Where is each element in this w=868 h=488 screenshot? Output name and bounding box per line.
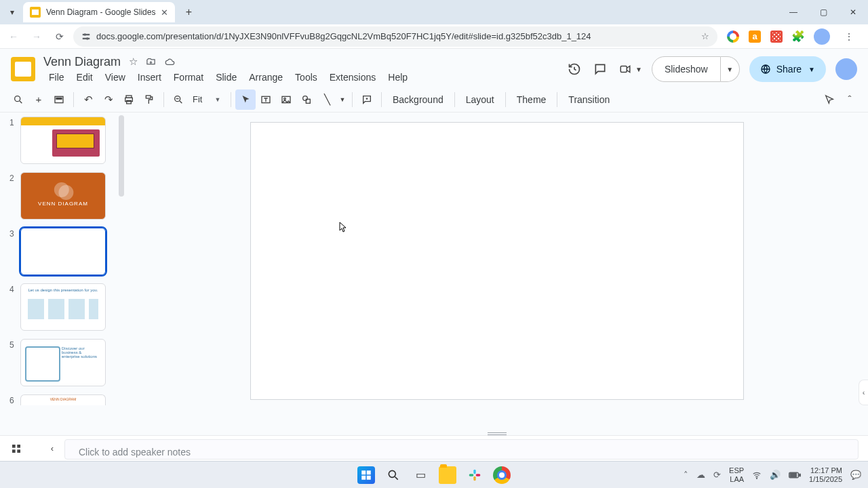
undo-button[interactable]: ↶ bbox=[78, 89, 98, 110]
tray-clock[interactable]: 12:17 PM1/15/2025 bbox=[809, 466, 842, 483]
hide-menus-button[interactable]: ˆ bbox=[840, 89, 860, 110]
theme-button[interactable]: Theme bbox=[510, 89, 553, 110]
tab-close-icon[interactable]: ✕ bbox=[161, 7, 168, 18]
svg-rect-26 bbox=[367, 470, 371, 474]
slide-number: 5 bbox=[9, 339, 16, 350]
collapse-filmstrip-button[interactable]: ‹ bbox=[51, 443, 54, 453]
new-slide-layout-dropdown[interactable] bbox=[49, 89, 69, 110]
nav-reload-button[interactable]: ⟳ bbox=[50, 27, 69, 46]
extension-amazon-icon[interactable]: a bbox=[749, 30, 761, 43]
bookmark-star-icon[interactable]: ☆ bbox=[701, 31, 709, 41]
slide-filmstrip[interactable]: 1 2 VENN DIAGRAM 3 4 Let us design this … bbox=[0, 113, 125, 435]
slide-canvas[interactable] bbox=[250, 122, 744, 400]
search-menus-button[interactable] bbox=[8, 89, 28, 110]
menu-bar: File Edit View Insert Format Slide Arran… bbox=[43, 70, 413, 84]
paint-format-button[interactable] bbox=[139, 89, 159, 110]
start-button[interactable] bbox=[357, 466, 375, 484]
menu-slide[interactable]: Slide bbox=[210, 70, 242, 84]
explore-tab-button[interactable]: ‹ bbox=[859, 380, 868, 405]
extension-red-icon[interactable] bbox=[770, 30, 783, 43]
zoom-select[interactable]: Fit▼ bbox=[189, 91, 226, 108]
extensions-menu-icon[interactable]: 🧩 bbox=[792, 30, 804, 43]
slide-thumbnail-2[interactable]: VENN DIAGRAM bbox=[20, 172, 106, 220]
slide-thumbnail-1[interactable] bbox=[20, 117, 106, 164]
transition-button[interactable]: Transition bbox=[561, 89, 616, 110]
chrome-profile-avatar[interactable] bbox=[814, 28, 830, 45]
task-view-button[interactable]: ▭ bbox=[412, 466, 429, 484]
nav-back-button[interactable]: ← bbox=[4, 27, 23, 46]
new-slide-button[interactable]: + bbox=[28, 89, 49, 110]
address-bar[interactable]: docs.google.com/presentation/d/1NyJXE3N9… bbox=[73, 26, 717, 47]
browser-tab[interactable]: Venn Diagram - Google Slides ✕ bbox=[23, 2, 175, 22]
menu-file[interactable]: File bbox=[43, 70, 70, 84]
new-tab-button[interactable]: + bbox=[179, 3, 198, 22]
account-avatar[interactable] bbox=[835, 58, 857, 80]
zoom-out-button[interactable] bbox=[168, 89, 189, 110]
extension-google-icon[interactable] bbox=[727, 30, 739, 43]
redo-button[interactable]: ↷ bbox=[98, 89, 119, 110]
tray-chevron-icon[interactable]: ˄ bbox=[684, 470, 688, 480]
taskbar-search-button[interactable] bbox=[384, 466, 402, 484]
layout-button[interactable]: Layout bbox=[459, 89, 501, 110]
line-tool-button[interactable]: ╲ bbox=[317, 89, 337, 110]
pointer-mode-button[interactable] bbox=[819, 89, 840, 110]
site-settings-icon[interactable] bbox=[81, 32, 91, 41]
menu-insert[interactable]: Insert bbox=[132, 70, 167, 84]
menu-format[interactable]: Format bbox=[168, 70, 209, 84]
version-history-icon[interactable] bbox=[566, 61, 583, 77]
document-title[interactable]: Venn Diagram bbox=[43, 55, 121, 69]
star-document-icon[interactable]: ☆ bbox=[129, 56, 138, 68]
slides-logo-icon[interactable] bbox=[11, 57, 35, 81]
chrome-app-button[interactable] bbox=[493, 466, 511, 484]
tray-wifi-icon[interactable] bbox=[752, 470, 762, 480]
menu-tools[interactable]: Tools bbox=[290, 70, 323, 84]
select-tool-button[interactable] bbox=[235, 89, 256, 110]
meet-button[interactable]: ▼ bbox=[618, 63, 642, 75]
slideshow-dropdown[interactable]: ▼ bbox=[721, 56, 740, 82]
tab-search-dropdown[interactable]: ▾ bbox=[4, 4, 20, 20]
window-close-button[interactable]: ✕ bbox=[838, 0, 868, 24]
nav-forward-button[interactable]: → bbox=[27, 27, 46, 46]
chrome-menu-button[interactable]: ⋮ bbox=[840, 27, 859, 46]
share-button[interactable]: Share ▼ bbox=[749, 56, 826, 82]
print-button[interactable] bbox=[119, 89, 139, 110]
shape-tool-button[interactable] bbox=[296, 89, 317, 110]
slide-canvas-area[interactable]: ‹ bbox=[125, 113, 868, 435]
slide-thumbnail-3[interactable] bbox=[20, 228, 106, 275]
background-button[interactable]: Background bbox=[386, 89, 450, 110]
slide-thumbnail-4[interactable]: Let us design this presentation for you. bbox=[20, 283, 106, 331]
speaker-notes-field[interactable]: Click to add speaker notes bbox=[64, 439, 859, 460]
slide-thumbnail-5[interactable]: Discover our business & enterprise solut… bbox=[20, 339, 106, 386]
move-document-icon[interactable] bbox=[146, 57, 156, 67]
windows-taskbar: ▭ ˄ ☁ ⟳ ESPLAA 🔊 12:17 PM1/15/2025 💬 bbox=[0, 461, 868, 488]
tray-volume-icon[interactable]: 🔊 bbox=[770, 470, 781, 480]
line-tool-dropdown[interactable]: ▼ bbox=[337, 89, 348, 110]
menu-edit[interactable]: Edit bbox=[71, 70, 98, 84]
tray-language[interactable]: ESPLAA bbox=[729, 466, 744, 483]
textbox-tool-button[interactable] bbox=[256, 89, 276, 110]
cloud-status-icon[interactable] bbox=[164, 57, 176, 67]
slides-favicon-icon bbox=[30, 7, 41, 18]
tray-sync-icon[interactable]: ⟳ bbox=[713, 470, 721, 480]
filmstrip-scrollbar[interactable] bbox=[119, 115, 124, 197]
tray-onedrive-icon[interactable]: ☁ bbox=[696, 470, 705, 480]
slideshow-button[interactable]: Slideshow bbox=[652, 56, 721, 82]
menu-help[interactable]: Help bbox=[382, 70, 413, 84]
comments-icon[interactable] bbox=[592, 61, 608, 77]
image-tool-button[interactable] bbox=[276, 89, 296, 110]
slide-thumbnail-6[interactable]: VENN DIAGRAM bbox=[20, 394, 106, 405]
tray-notifications-icon[interactable]: 💬 bbox=[850, 470, 861, 480]
share-dropdown-icon[interactable]: ▼ bbox=[808, 66, 815, 73]
notes-resize-handle[interactable] bbox=[488, 432, 507, 435]
menu-view[interactable]: View bbox=[100, 70, 131, 84]
menu-arrange[interactable]: Arrange bbox=[243, 70, 288, 84]
menu-extensions[interactable]: Extensions bbox=[324, 70, 381, 84]
file-explorer-button[interactable] bbox=[439, 466, 456, 484]
svg-rect-10 bbox=[56, 98, 62, 99]
grid-view-button[interactable] bbox=[11, 443, 22, 454]
slack-app-button[interactable] bbox=[466, 466, 484, 484]
window-maximize-button[interactable]: ▢ bbox=[808, 0, 838, 24]
window-minimize-button[interactable]: — bbox=[778, 0, 808, 24]
tray-battery-icon[interactable] bbox=[789, 471, 801, 479]
comment-add-button[interactable] bbox=[357, 89, 377, 110]
